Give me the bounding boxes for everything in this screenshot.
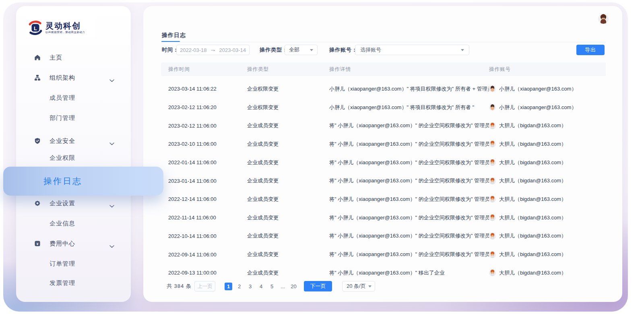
tab-operation-log[interactable]: 操作日志 (162, 32, 186, 39)
table-row: 2022-11-14 11:06:00 企业成员变更 将" 小胖儿（xiaopa… (161, 209, 606, 227)
sidebar-item-label: 成员管理 (50, 94, 75, 102)
cell-type: 企业成员变更 (247, 232, 329, 240)
sidebar-item-home[interactable]: 主页 (16, 52, 131, 64)
org-chart-icon (34, 74, 41, 81)
sidebar-item-label: 企业信息 (50, 220, 75, 227)
filter-bar: 时间： 2022-03-18 ⇁ 2023-03-14 操作类型： 全部 操作账… (143, 45, 622, 55)
user-avatar (489, 159, 496, 166)
page-1[interactable]: 1 (225, 283, 232, 290)
cell-time: 2023-03-14 11:06:22 (168, 86, 247, 92)
page-ellipsis[interactable]: ... (279, 283, 287, 290)
account-name: 大胆儿（bigdan@163.com） (499, 140, 566, 148)
sidebar-item-label: 企业设置 (50, 200, 75, 207)
chevron-down-icon (109, 242, 114, 250)
cell-account: 大胆儿（bigdan@163.com） (489, 159, 606, 166)
operation-type-value: 全部 (289, 46, 299, 54)
export-button[interactable]: 导出 (576, 45, 605, 55)
operation-log-table: 操作时间 操作类型 操作详情 操作账号 2023-03-14 11:06:22 … (161, 62, 606, 282)
cell-type: 企业成员变更 (247, 196, 329, 203)
operation-account-placeholder: 选择账号 (360, 46, 381, 54)
operation-account-select[interactable]: 选择账号 (355, 45, 469, 55)
cell-detail: 小胖儿（xiaopanger@163.com）" 将项目权限修改为" 所有者 " (329, 104, 489, 111)
cell-detail: 小胖儿（xiaopanger@163.com）" 将项目权限修改为" 所有者 +… (329, 85, 489, 93)
table-row: 2023-01-14 11:06:00 企业成员变更 将" 小胖儿（xiaopa… (161, 171, 606, 190)
brand-name: 灵动科创 (45, 22, 85, 30)
page-4[interactable]: 4 (257, 283, 265, 290)
header-account: 操作账号 (489, 66, 606, 73)
sidebar-item-orders[interactable]: 订单管理 (16, 258, 131, 270)
cell-time: 2023-02-12 11:06:00 (168, 123, 247, 129)
cell-account: 大胆儿（bigdan@163.com） (489, 269, 606, 277)
current-user-avatar[interactable] (598, 14, 609, 24)
cell-type: 企业成员变更 (247, 214, 329, 221)
shield-check-icon (34, 138, 41, 144)
sidebar-item-label: 部门管理 (50, 114, 75, 122)
user-avatar (489, 251, 496, 258)
account-name: 小胖儿（xiaopanger@163.com） (499, 85, 576, 93)
cell-account: 大胆儿（bigdan@163.com） (489, 251, 606, 258)
account-name: 小胖儿（xiaopanger@163.com） (499, 104, 576, 111)
page-size-value: 20 条/页 (347, 283, 366, 290)
tab-divider (161, 42, 606, 42)
brand-logo-icon: L (28, 20, 43, 35)
sidebar-item-departments[interactable]: 部门管理 (16, 112, 131, 124)
user-avatar (489, 104, 496, 111)
page-3[interactable]: 3 (246, 283, 254, 290)
sidebar-item-permissions[interactable]: 企业权限 (16, 152, 131, 164)
sidebar-item-org[interactable]: 组织架构 (16, 72, 131, 84)
user-avatar (489, 140, 496, 147)
date-range-input[interactable]: 2022-03-18 ⇁ 2023-03-14 (176, 45, 250, 55)
cell-account: 大胆儿（bigdan@163.com） (489, 140, 606, 148)
page-size-select[interactable]: 20 条/页 (342, 281, 375, 291)
cell-time: 2023-02-12 11:06:20 (168, 104, 247, 110)
caret-down-icon (461, 49, 464, 53)
sidebar-item-settings[interactable]: 企业设置 (16, 197, 131, 209)
cell-account: 大胆儿（bigdan@163.com） (489, 177, 606, 184)
brand-tagline: 以AI赋能营销，驱动商业新动力 (45, 31, 85, 34)
cell-type: 企业权限变更 (247, 85, 329, 93)
type-filter-label: 操作类型： (260, 45, 288, 55)
page-5[interactable]: 5 (268, 283, 276, 290)
table-row: 2023-02-12 11:06:00 企业成员变更 将" 小胖儿（xiaopa… (161, 116, 606, 135)
account-name: 大胆儿（bigdan@163.com） (499, 159, 566, 166)
user-avatar (489, 196, 496, 202)
sidebar-item-operation-log-active[interactable]: 操作日志 (3, 167, 163, 196)
cell-type: 企业成员变更 (247, 251, 329, 258)
cell-type: 企业成员变更 (247, 140, 329, 148)
gear-icon (34, 200, 41, 207)
sidebar-item-security[interactable]: 企业安全 (16, 135, 131, 147)
prev-page-button[interactable]: 上一页 (194, 281, 215, 291)
cell-account: 大胆儿（bigdan@163.com） (489, 232, 606, 240)
next-page-button[interactable]: 下一页 (304, 281, 332, 291)
header-type: 操作类型 (247, 66, 329, 73)
svg-text:¥: ¥ (36, 242, 38, 246)
cell-detail: 将" 小胖儿（xiaopanger@163.com）" 的企业空间权限修改为" … (329, 122, 489, 129)
sidebar-item-label: 发票管理 (50, 279, 75, 287)
pagination-total: 共 384 条 (167, 281, 192, 292)
sidebar-item-label: 主页 (50, 54, 62, 62)
user-avatar (489, 233, 496, 240)
cell-detail: 将" 小胖儿（xiaopanger@163.com）" 的企业空间权限修改为" … (329, 251, 489, 258)
cell-detail: 将" 小胖儿（xiaopanger@163.com）" 的企业空间权限修改为" … (329, 140, 489, 148)
cell-type: 企业成员变更 (247, 269, 329, 277)
sidebar-item-label: 企业安全 (50, 137, 75, 145)
account-name: 大胆儿（bigdan@163.com） (499, 214, 566, 221)
cell-detail: 将" 小胖儿（xiaopanger@163.com）" 的企业空间权限修改为" … (329, 159, 489, 166)
operation-type-select[interactable]: 全部 (285, 45, 318, 55)
sidebar-item-invoices[interactable]: 发票管理 (16, 277, 131, 289)
sidebar-item-billing[interactable]: ¥ 费用中心 (16, 238, 131, 250)
chevron-down-icon (109, 140, 114, 147)
user-avatar (489, 122, 496, 129)
cell-time: 2023-01-14 11:06:00 (168, 178, 247, 184)
cell-account: 大胆儿（bigdan@163.com） (489, 196, 606, 203)
sidebar-item-company-info[interactable]: 企业信息 (16, 217, 131, 229)
account-name: 大胆儿（bigdan@163.com） (499, 122, 566, 129)
page-20[interactable]: 20 (290, 283, 297, 290)
page-2[interactable]: 2 (235, 283, 243, 290)
cell-type: 企业成员变更 (247, 177, 329, 184)
account-name: 大胆儿（bigdan@163.com） (499, 269, 566, 277)
pagination-bar: 共 384 条 上一页 1 2 3 4 5 ... 20 下一页 20 条/页 (161, 281, 606, 292)
sidebar-item-members[interactable]: 成员管理 (16, 92, 131, 104)
main-content: 操作日志 时间： 2022-03-18 ⇁ 2023-03-14 操作类型： 全… (143, 6, 622, 302)
cell-type: 企业权限变更 (247, 104, 329, 111)
